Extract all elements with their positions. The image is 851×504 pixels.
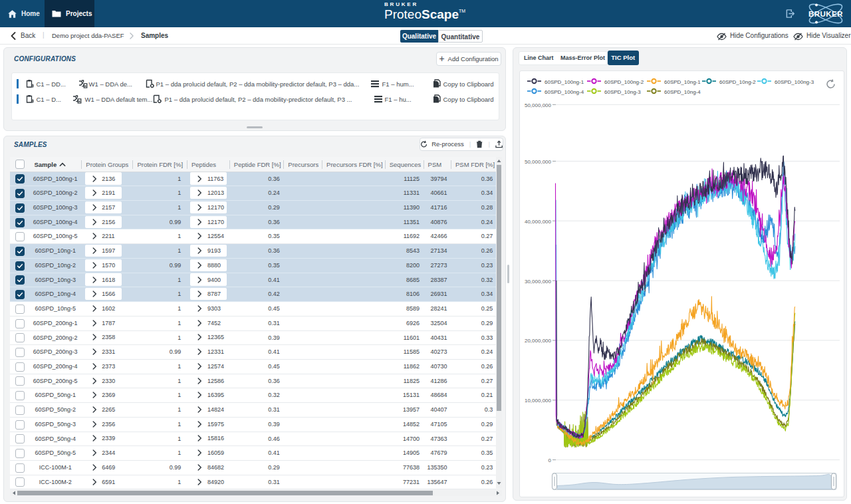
svg-text:10,000,000: 10,000,000: [525, 398, 552, 404]
svg-text:30,000,000: 30,000,000: [525, 279, 552, 285]
svg-text:50,000,000: 50,000,000: [525, 102, 552, 108]
svg-text:BRUKER: BRUKER: [808, 10, 843, 18]
svg-text:20,000,000: 20,000,000: [525, 338, 552, 344]
svg-text:0: 0: [548, 457, 552, 463]
svg-text:50,000,000: 50,000,000: [525, 159, 552, 165]
svg-text:40,000,000: 40,000,000: [525, 219, 552, 225]
